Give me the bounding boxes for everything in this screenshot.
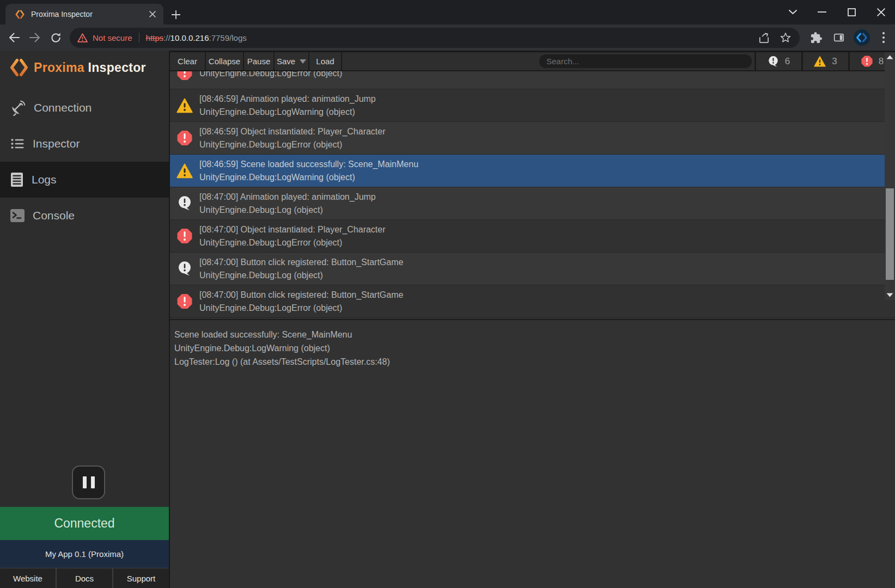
log-message: [08:46:59] Animation played: animation_J… [199,93,376,105]
error-log-icon [170,71,199,89]
proxima-extension-icon[interactable] [853,29,870,46]
sidebar-item-logs[interactable]: Logs [0,162,169,198]
log-source: UnityEngine.Debug:LogWarning (object) [199,106,376,118]
address-bar[interactable]: Not secure https://10.0.0.216:7759/logs [70,28,800,48]
log-message: [08:47:00] Button click registered: Butt… [199,256,403,268]
detail-source: UnityEngine.Debug:LogWarning (object) [174,341,895,355]
log-source: UnityEngine.Debug:LogError (object) [199,71,342,79]
support-link[interactable]: Support [112,568,169,588]
favicon-proxima-icon [15,10,25,19]
logs-icon [10,172,24,187]
sidebar: Proxima Inspector ConnectionInspectorLog… [0,51,169,588]
log-source: UnityEngine.Debug:LogError (object) [199,236,386,249]
back-icon[interactable] [8,31,21,44]
url-scheme-sep: :// [163,33,171,42]
error-log-icon [170,122,199,154]
window-close-icon[interactable] [874,5,887,19]
pause-connection-button[interactable] [72,465,105,499]
detail-stacktrace: LogTester:Log () (at Assets/TestScripts/… [174,355,895,369]
warning-count: 3 [832,56,837,67]
log-list: UnityEngine.Debug:LogError (object)[08:4… [170,71,895,319]
sidebar-item-label: Logs [32,173,57,186]
logs-page: Clear Collapse Pause Save Load 6 3 8 Uni… [169,51,895,588]
website-link[interactable]: Website [0,568,56,588]
search-input[interactable] [539,54,752,68]
save-dropdown-icon[interactable] [300,59,306,64]
connected-app-label: My App 0.1 (Proxima) [0,540,169,568]
sidebar-item-label: Inspector [33,137,80,150]
scroll-down-icon[interactable] [885,291,895,299]
error-count: 8 [879,56,884,67]
app-logo: Proxima Inspector [10,58,146,77]
not-secure-warning-icon [77,33,88,42]
log-message: [08:46:59] Object instantiated: Player_C… [199,125,386,138]
new-tab-button[interactable] [169,8,183,22]
detail-message: Scene loaded successfully: Scene_MainMen… [174,328,895,341]
log-source: UnityEngine.Debug:Log (object) [199,204,376,216]
pause-icon [83,476,87,488]
log-row[interactable]: [08:46:59] Animation played: animation_J… [170,89,895,122]
sidebar-item-connection[interactable]: Connection [0,90,169,126]
url-host: 10.0.0.216 [171,33,209,42]
url-separator [139,33,139,42]
browser-menu-icon[interactable] [877,31,890,44]
load-button[interactable]: Load [309,52,342,70]
info-filter-toggle[interactable]: 6 [754,52,801,70]
log-row[interactable]: [08:47:00] Object instantiated: Player_C… [170,220,895,253]
info-log-icon [768,56,779,68]
browser-titlebar: Proxima Inspector [0,0,895,24]
window-maximize-icon[interactable] [845,5,858,19]
log-source: UnityEngine.Debug:LogWarning (object) [199,171,418,183]
side-panel-icon[interactable] [832,31,845,44]
warning-filter-toggle[interactable]: 3 [801,52,848,70]
log-message: [08:46:59] Scene loaded successfully: Sc… [199,158,418,170]
error-log-icon [170,220,199,252]
info-log-icon [170,253,199,285]
sidebar-item-inspector[interactable]: Inspector [0,126,169,162]
reload-icon[interactable] [49,31,62,44]
log-source: UnityEngine.Debug:LogError (object) [199,138,386,151]
warning-log-icon [170,155,199,187]
forward-icon[interactable] [28,31,41,44]
save-button[interactable]: Save [275,52,309,70]
error-log-icon [861,56,873,67]
sidebar-footer: Website Docs Support [0,568,169,588]
browser-navbar: Not secure https://10.0.0.216:7759/logs [0,24,895,51]
log-message: [08:47:00] Object instantiated: Player_C… [199,223,386,236]
log-row[interactable]: [08:46:59] Scene loaded successfully: Sc… [170,155,895,187]
sidebar-item-console[interactable]: Console [0,198,169,234]
log-source: UnityEngine.Debug:LogError (object) [199,302,403,314]
log-message: [08:47:00] Button click registered: Butt… [199,289,403,301]
warning-log-icon [814,56,826,67]
not-secure-label[interactable]: Not secure [93,33,132,42]
scroll-up-icon[interactable] [885,53,895,61]
info-count: 6 [785,56,790,67]
error-log-icon [170,285,199,317]
tab-search-chevron-icon[interactable] [786,5,799,19]
docs-link[interactable]: Docs [56,568,112,588]
tab-close-icon[interactable] [147,9,158,20]
clear-button[interactable]: Clear [170,52,206,70]
log-row[interactable]: [08:46:59] Object instantiated: Player_C… [170,122,895,155]
inspector-icon [10,136,25,151]
window-minimize-icon[interactable] [815,5,829,19]
sidebar-item-label: Console [33,209,75,222]
connection-icon [10,100,26,116]
log-row[interactable]: UnityEngine.Debug:LogError (object) [170,71,895,89]
bookmark-star-icon[interactable] [779,31,792,44]
browser-tab[interactable]: Proxima Inspector [5,4,163,24]
pause-logs-button[interactable]: Pause [244,52,275,70]
log-scrollbar[interactable] [885,52,895,300]
tab-title: Proxima Inspector [31,10,147,19]
log-message: [08:47:00] Animation played: animation_J… [199,191,376,203]
share-icon[interactable] [757,31,770,44]
app-title: Proxima Inspector [34,60,146,75]
collapse-button[interactable]: Collapse [206,52,244,70]
log-row[interactable]: [08:47:00] Button click registered: Butt… [170,253,895,285]
scrollbar-thumb[interactable] [886,188,894,280]
sidebar-item-label: Connection [34,101,92,114]
log-row[interactable]: [08:47:00] Animation played: animation_J… [170,187,895,220]
log-source: UnityEngine.Debug:Log (object) [199,269,403,281]
log-row[interactable]: [08:47:00] Button click registered: Butt… [170,285,895,318]
extensions-puzzle-icon[interactable] [809,31,823,44]
